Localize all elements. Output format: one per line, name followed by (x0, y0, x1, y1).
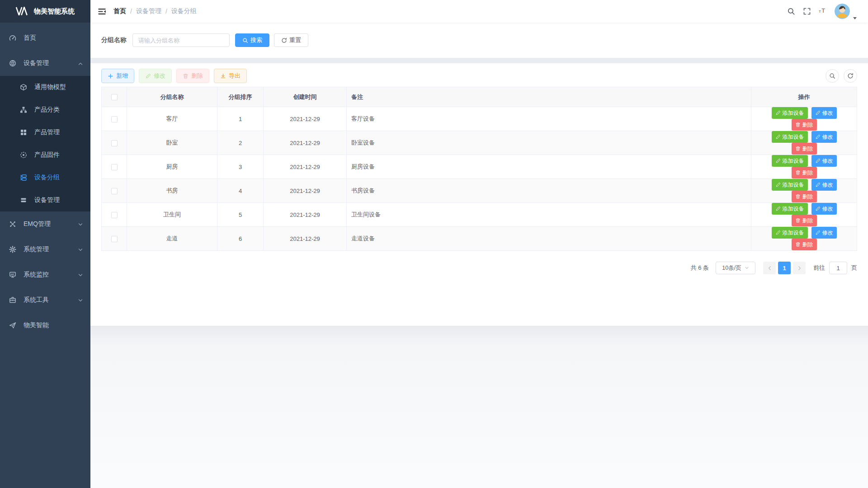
delete-row-button[interactable]: 删除 (792, 119, 817, 131)
row-actions-cell: 添加设备修改删除 (751, 227, 857, 251)
prev-page-button[interactable] (763, 262, 776, 274)
goto-page-input[interactable] (829, 262, 847, 274)
app-title: 物美智能系统 (34, 7, 75, 16)
refresh-icon (281, 38, 287, 43)
table-row: 走道62021-12-29走道设备添加设备修改删除 (102, 227, 857, 251)
sidebar-item-device-manage[interactable]: 设备管理 (0, 51, 90, 76)
sidebar-item-thing-model[interactable]: 通用物模型 (0, 76, 90, 99)
app-root: 物美智能系统 首页设备管理通用物模型产品分类产品管理产品固件设备分组设备管理EM… (0, 0, 868, 488)
user-menu[interactable] (835, 4, 857, 19)
row-checkbox[interactable] (111, 116, 118, 122)
edit-row-button[interactable]: 修改 (811, 131, 837, 143)
add-device-label: 添加设备 (783, 133, 804, 141)
add-device-button[interactable]: 添加设备 (772, 203, 808, 215)
chevron-right-icon (797, 266, 802, 271)
select-all-checkbox[interactable] (111, 94, 118, 100)
paper-plane-icon (9, 322, 16, 329)
edit-row-button[interactable]: 修改 (811, 155, 837, 167)
sidebar-item-label: 设备管理 (34, 196, 60, 204)
sidebar-item-system-monitor[interactable]: 系统监控 (0, 262, 90, 287)
group-name-input[interactable] (132, 33, 230, 47)
delete-row-button[interactable]: 删除 (792, 215, 817, 226)
refresh-table-button[interactable] (844, 69, 857, 83)
delete-row-label: 删除 (802, 217, 813, 225)
goto-label: 前往 (813, 264, 825, 272)
sidebar-item-product-manage[interactable]: 产品管理 (0, 121, 90, 144)
edit-icon (815, 182, 821, 188)
add-device-button[interactable]: 添加设备 (772, 107, 808, 119)
delete-row-label: 删除 (802, 121, 813, 129)
sidebar-item-label: 产品管理 (34, 128, 60, 136)
page-size-select[interactable]: 10条/页 (716, 262, 755, 274)
add-device-button[interactable]: 添加设备 (772, 179, 808, 191)
font-size-icon[interactable]: TT (819, 7, 827, 15)
reset-button[interactable]: 重置 (274, 33, 308, 47)
sidebar-toggle-icon[interactable] (98, 7, 106, 16)
gear-icon (9, 246, 16, 253)
reset-button-label: 重置 (289, 36, 301, 44)
emq-icon (9, 221, 16, 228)
search-icon (829, 73, 835, 79)
sidebar-item-device-group[interactable]: 设备分组 (0, 166, 90, 189)
page-size-value: 10条/页 (722, 264, 741, 272)
header-search-icon[interactable] (787, 7, 795, 15)
edit-icon (815, 230, 821, 235)
sidebar-item-emq-manage[interactable]: EMQ管理 (0, 211, 90, 237)
sidebar-item-product-firmware[interactable]: 产品固件 (0, 144, 90, 166)
sidebar-item-system-manage[interactable]: 系统管理 (0, 237, 90, 262)
add-button-label: 新增 (116, 72, 128, 80)
sidebar-item-product-category[interactable]: 产品分类 (0, 99, 90, 121)
modify-button[interactable]: 修改 (139, 69, 172, 83)
search-button[interactable]: 搜索 (235, 33, 269, 47)
trash-icon (795, 194, 801, 199)
row-select-cell (102, 131, 127, 155)
delete-row-button[interactable]: 删除 (792, 191, 817, 202)
sidebar-item-wumei-smart[interactable]: 物美智能 (0, 313, 90, 338)
add-device-label: 添加设备 (783, 157, 804, 165)
add-button[interactable]: 新增 (101, 69, 134, 83)
group-order-cell: 5 (217, 203, 264, 227)
edit-row-button[interactable]: 修改 (811, 179, 837, 191)
edit-row-button[interactable]: 修改 (811, 203, 837, 215)
group-name-cell: 书房 (127, 179, 217, 203)
row-checkbox[interactable] (111, 188, 118, 194)
row-checkbox[interactable] (111, 212, 118, 218)
sidebar-item-label: 产品固件 (34, 151, 60, 159)
group-name-cell: 卧室 (127, 131, 217, 155)
add-device-button[interactable]: 添加设备 (772, 155, 808, 167)
delete-row-label: 删除 (802, 145, 813, 153)
row-checkbox[interactable] (111, 236, 118, 242)
page-number-1[interactable]: 1 (778, 262, 791, 274)
created-time-cell: 2021-12-29 (264, 179, 347, 203)
sidebar-item-home[interactable]: 首页 (0, 25, 90, 51)
sidebar-item-label: EMQ管理 (24, 220, 51, 228)
row-checkbox[interactable] (111, 140, 118, 146)
chevron-left-icon (767, 266, 772, 271)
delete-button[interactable]: 删除 (176, 69, 209, 83)
edit-row-button[interactable]: 修改 (811, 107, 837, 119)
fullscreen-icon[interactable] (803, 7, 811, 15)
sidebar-item-system-tools[interactable]: 系统工具 (0, 287, 90, 313)
table-row: 卫生间52021-12-29卫生间设备添加设备修改删除 (102, 203, 857, 227)
app-logo[interactable]: 物美智能系统 (0, 0, 90, 23)
dashboard-icon (9, 34, 16, 42)
delete-row-button[interactable]: 删除 (792, 143, 817, 155)
breadcrumb-item[interactable]: 首页 (113, 7, 126, 15)
chevron-down-icon (78, 272, 83, 277)
sidebar-item-label: 设备分组 (34, 174, 60, 182)
toggle-search-button[interactable] (826, 69, 839, 83)
delete-row-button[interactable]: 删除 (792, 167, 817, 178)
next-page-button[interactable] (793, 262, 806, 274)
row-actions-cell: 添加设备修改删除 (751, 203, 857, 227)
row-checkbox[interactable] (111, 164, 118, 170)
edit-row-button[interactable]: 修改 (811, 227, 837, 239)
edit-row-label: 修改 (822, 229, 833, 237)
export-button[interactable]: 导出 (214, 69, 247, 83)
add-device-button[interactable]: 添加设备 (772, 131, 808, 143)
row-actions-cell: 添加设备修改删除 (751, 107, 857, 131)
chevron-down-icon (78, 221, 83, 227)
sidebar-item-label: 通用物模型 (34, 83, 66, 91)
sidebar-item-device-list[interactable]: 设备管理 (0, 189, 90, 211)
delete-row-button[interactable]: 删除 (792, 239, 817, 250)
add-device-button[interactable]: 添加设备 (772, 227, 808, 239)
